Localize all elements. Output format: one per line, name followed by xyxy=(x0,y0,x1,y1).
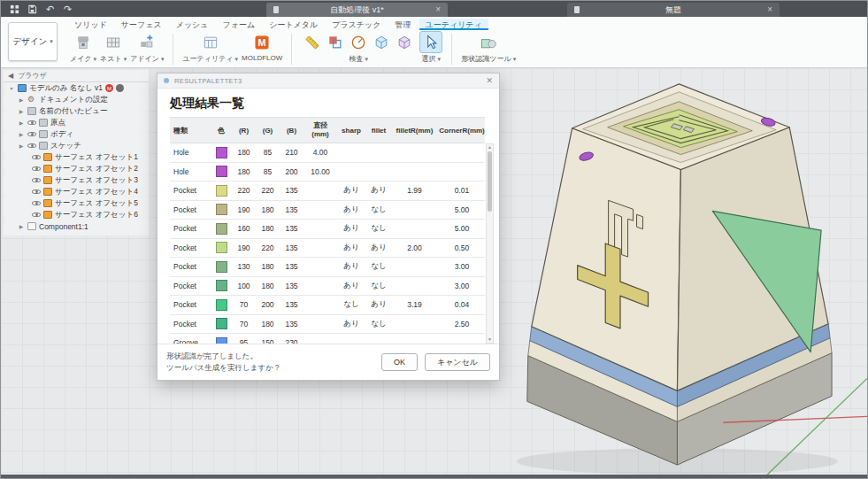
tab-solid[interactable]: ソリッド xyxy=(68,19,113,30)
browser-item-sketches[interactable]: ▶ スケッチ xyxy=(4,140,149,151)
shape-recognition-dropdown[interactable]: 形状認識ツール▾ xyxy=(461,54,516,64)
shape-recognition-button[interactable] xyxy=(477,31,500,53)
display-cube-button[interactable] xyxy=(393,31,416,53)
table-row[interactable]: Pocket 100 180 135 あり なし 3.00 xyxy=(170,277,485,297)
visibility-eye-icon[interactable] xyxy=(32,153,41,161)
visibility-eye-icon[interactable] xyxy=(32,211,41,219)
browser-header: ◀ ブラウザ xyxy=(4,70,149,82)
measure-ruler-button[interactable] xyxy=(301,31,324,53)
utility-dropdown[interactable]: ユーティリティ▾ xyxy=(182,54,238,64)
document-tab-untitled[interactable]: 無題 × xyxy=(567,3,780,17)
table-row[interactable]: Groove 95 150 230 xyxy=(170,334,485,344)
select-button[interactable] xyxy=(419,31,442,53)
moldflow-button[interactable]: M xyxy=(250,31,273,53)
cancel-button[interactable]: キャンセル xyxy=(425,353,490,371)
table-row[interactable]: Pocket 220 220 135 あり あり 1.99 0.01 xyxy=(170,182,485,201)
browser-item-surface-offset[interactable]: サーフェス オフセット1 xyxy=(4,151,149,163)
scroll-up-icon[interactable]: ▲ xyxy=(488,144,492,151)
browser-item-surface-offset[interactable]: サーフェス オフセット6 xyxy=(4,209,149,220)
col-r: (R) xyxy=(232,127,256,135)
browser-item-root[interactable]: ▾ モデルのみ 名なし v1 M xyxy=(4,82,149,94)
cell-g: 180 xyxy=(256,205,280,214)
redo-icon[interactable]: ↷ xyxy=(62,4,73,15)
tab-manage[interactable]: 管理 xyxy=(389,19,418,30)
tab-surface[interactable]: サーフェス xyxy=(115,19,168,30)
tab-plastic[interactable]: プラスチック xyxy=(326,19,387,30)
browser-item-bodies[interactable]: ▶ ボディ xyxy=(4,128,149,140)
browser-item-surface-offset[interactable]: サーフェス オフセット4 xyxy=(4,186,149,197)
tab-sheetmetal[interactable]: シートメタル xyxy=(263,19,324,30)
visibility-eye-icon[interactable] xyxy=(27,142,36,150)
close-tab-icon[interactable]: × xyxy=(435,5,441,14)
expand-icon[interactable]: ▾ xyxy=(8,85,15,91)
app-menu-icon[interactable] xyxy=(9,4,20,15)
nest-button[interactable] xyxy=(102,31,125,53)
browser-item-component[interactable]: ▶ Component1:1 xyxy=(4,220,149,232)
scroll-down-icon[interactable]: ▼ xyxy=(488,336,492,343)
visibility-eye-icon[interactable] xyxy=(27,130,36,138)
cell-r: 160 xyxy=(232,224,256,233)
moldflow-label[interactable]: MOLDFLOW xyxy=(242,54,282,62)
interference-button[interactable] xyxy=(324,31,347,53)
make-dropdown[interactable]: メイク▾ xyxy=(70,54,96,64)
section-cube-button[interactable] xyxy=(370,31,393,53)
visibility-eye-icon[interactable] xyxy=(32,176,41,184)
visibility-eye-icon[interactable] xyxy=(32,165,41,173)
table-row[interactable]: Pocket 190 220 135 あり あり 2.00 0.50 xyxy=(170,239,485,259)
expand-icon[interactable]: ▶ xyxy=(18,223,25,229)
browser-item-label: モデルのみ 名なし v1 xyxy=(29,83,103,94)
status-message-line2: ツールパス生成を実行しますか？ xyxy=(166,362,374,374)
table-scrollbar[interactable]: ▲ ▼ xyxy=(486,143,494,344)
expand-icon[interactable]: ▶ xyxy=(18,108,25,114)
inspect-dropdown[interactable]: 検査▾ xyxy=(350,54,369,64)
table-row[interactable]: Pocket 190 180 135 あり なし 5.00 xyxy=(170,201,485,220)
expand-icon[interactable]: ▶ xyxy=(18,120,25,126)
select-dropdown[interactable]: 選択▾ xyxy=(422,54,442,64)
nest-dropdown[interactable]: ネスト▾ xyxy=(100,54,127,64)
browser-item-document-settings[interactable]: ▶ ⚙ ドキュメントの設定 xyxy=(4,94,149,105)
scrollbar-thumb[interactable] xyxy=(488,151,492,212)
browser-item-surface-offset[interactable]: サーフェス オフセット3 xyxy=(4,174,149,186)
close-tab-icon[interactable]: × xyxy=(767,5,772,14)
tab-form[interactable]: フォーム xyxy=(217,19,262,30)
collapse-panel-icon[interactable]: ◀ xyxy=(8,72,13,80)
table-row[interactable]: Pocket 130 180 135 あり なし 3.00 xyxy=(170,258,485,277)
table-row[interactable]: Pocket 160 180 135 あり なし 5.00 xyxy=(170,220,485,239)
visibility-eye-icon[interactable] xyxy=(32,199,41,207)
document-tab-active[interactable]: 自動処理後 v1* × xyxy=(266,3,448,17)
undo-icon[interactable]: ↶ xyxy=(44,4,56,15)
cell-color xyxy=(211,147,232,158)
ok-button[interactable]: OK xyxy=(381,353,418,371)
make-button[interactable] xyxy=(72,31,95,53)
expand-icon[interactable]: ▶ xyxy=(18,131,25,137)
browser-item-surface-offset[interactable]: サーフェス オフセット2 xyxy=(4,163,149,174)
save-icon[interactable] xyxy=(27,4,38,15)
browser-item-named-views[interactable]: ▶ 名前の付いたビュー xyxy=(4,105,149,117)
table-row[interactable]: Hole 180 85 200 10.00 xyxy=(170,163,485,182)
table-row[interactable]: Pocket 70 200 135 なし あり 3.19 0.04 xyxy=(170,296,485,315)
tab-utility[interactable]: ユーティリティ xyxy=(419,19,488,30)
workspace-selector[interactable]: デザイン ▾ xyxy=(8,22,58,61)
addins-button[interactable] xyxy=(135,31,158,53)
expand-icon[interactable]: ▶ xyxy=(18,97,25,103)
addins-dropdown[interactable]: アドイン▾ xyxy=(130,54,164,64)
inspect-buttons xyxy=(301,31,416,53)
browser-item-origin[interactable]: ▶ 原点 xyxy=(4,117,149,128)
modified-badge: M xyxy=(105,84,113,92)
curvature-gauge-button[interactable] xyxy=(347,31,370,53)
table-row[interactable]: Hole 180 85 210 4.00 xyxy=(170,143,485,163)
dialog-header[interactable]: RESULTPALETTET3 ✕ xyxy=(157,73,499,89)
visibility-eye-icon[interactable] xyxy=(27,119,36,127)
visibility-eye-icon[interactable] xyxy=(32,188,41,196)
dialog-close-icon[interactable]: ✕ xyxy=(486,77,493,85)
ribbon-tabs: ソリッド サーフェス メッシュ フォーム シートメタル プラスチック 管理 ユー… xyxy=(68,17,862,30)
cell-g: 150 xyxy=(256,338,280,344)
utility-button[interactable] xyxy=(199,31,222,53)
expand-icon[interactable]: ▶ xyxy=(18,143,25,149)
tab-mesh[interactable]: メッシュ xyxy=(170,19,215,30)
browser-item-surface-offset[interactable]: サーフェス オフセット5 xyxy=(4,197,149,209)
col-cornerR: CornerR(mm) xyxy=(437,127,487,135)
cell-filletR: 1.99 xyxy=(392,186,437,195)
table-row[interactable]: Pocket 70 180 135 あり なし 2.50 xyxy=(170,315,485,335)
chevron-down-icon: ▾ xyxy=(235,56,239,63)
